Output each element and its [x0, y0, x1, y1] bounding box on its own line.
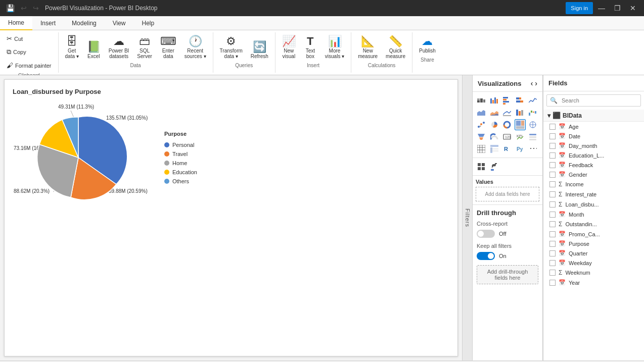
- format-painter-button[interactable]: 🖌 Format painter: [3, 59, 55, 72]
- field-item-month[interactable]: 📅 Month: [543, 210, 644, 219]
- redo-button[interactable]: ↪: [31, 3, 41, 13]
- field-item-year[interactable]: 📅 Year: [543, 278, 644, 287]
- viz-table[interactable]: [476, 143, 487, 154]
- field-checkbox-age[interactable]: [549, 124, 556, 130]
- field-checkbox-loan-disbu[interactable]: [549, 201, 556, 208]
- field-checkbox-quarter[interactable]: [549, 250, 556, 256]
- field-item-gender[interactable]: 📅 Gender: [543, 170, 644, 179]
- filters-sidebar[interactable]: Filters: [462, 75, 472, 360]
- power-bi-datasets-button[interactable]: ☁ Power BIdatasets: [105, 32, 133, 62]
- viz-scatter[interactable]: [476, 119, 487, 130]
- viz-ribbon-chart[interactable]: [515, 107, 526, 118]
- field-checkbox-interest-rate[interactable]: [549, 191, 556, 197]
- add-drill-through-fields-button[interactable]: Add drill-through fields here: [477, 265, 538, 284]
- sign-in-button[interactable]: Sign in: [566, 2, 593, 14]
- recent-sources-button[interactable]: 🕐 Recentsources ▾: [181, 32, 210, 62]
- field-checkbox-purpose[interactable]: [549, 241, 556, 247]
- canvas-page[interactable]: Loan_disbursed by Purpose 135.57M (31.05…: [4, 79, 458, 356]
- copy-button[interactable]: ⧉ Copy: [3, 45, 55, 59]
- viz-kpi[interactable]: KPI: [515, 131, 526, 142]
- field-item-interest-rate[interactable]: Σ Interest_rate: [543, 189, 644, 199]
- more-visuals-button[interactable]: 📊 Morevisuals ▾: [321, 32, 348, 62]
- field-checkbox-weekday[interactable]: [549, 260, 556, 266]
- field-checkbox-promo-ca[interactable]: [549, 231, 556, 237]
- viz-donut[interactable]: [501, 119, 513, 130]
- field-checkbox-feedback[interactable]: [549, 162, 556, 168]
- undo-button[interactable]: ↩: [19, 3, 29, 13]
- publish-button[interactable]: ☁ Publish: [416, 32, 439, 56]
- format-fields-icon[interactable]: [476, 161, 487, 172]
- viz-waterfall[interactable]: [527, 107, 538, 118]
- sql-server-button[interactable]: 🗃 SQLServer: [133, 32, 155, 62]
- new-measure-button[interactable]: 📐 Newmeasure: [354, 32, 381, 62]
- field-item-weekday[interactable]: 📅 Weekday: [543, 258, 644, 268]
- search-input[interactable]: [561, 95, 640, 106]
- field-checkbox-year[interactable]: [549, 280, 556, 286]
- field-item-day-month[interactable]: 📅 Day_month: [543, 141, 644, 150]
- add-data-fields-button[interactable]: Add data fields here: [476, 187, 539, 201]
- field-item-age[interactable]: 📅 Age: [543, 122, 644, 131]
- viz-stacked-bar[interactable]: [476, 95, 487, 106]
- refresh-button[interactable]: 🔄 Refresh: [247, 38, 272, 62]
- field-item-weeknum[interactable]: Σ Weeknum: [543, 268, 644, 278]
- viz-stacked-area[interactable]: [489, 107, 500, 118]
- viz-card[interactable]: 123: [501, 131, 513, 142]
- viz-clustered-bar-h[interactable]: [501, 95, 513, 106]
- viz-map[interactable]: [527, 119, 538, 130]
- viz-treemap[interactable]: [515, 119, 526, 130]
- viz-line-area[interactable]: [501, 107, 513, 118]
- restore-button[interactable]: ❐: [610, 2, 625, 14]
- close-button[interactable]: ✕: [626, 2, 640, 14]
- field-item-outstanding[interactable]: Σ Outstandin...: [543, 219, 644, 229]
- viz-clustered-bar[interactable]: [489, 95, 500, 106]
- viz-custom[interactable]: ⋯: [527, 143, 538, 154]
- get-data-button[interactable]: 🗄 Getdata ▾: [62, 32, 82, 62]
- tab-help[interactable]: Help: [134, 16, 163, 30]
- tab-modeling[interactable]: Modeling: [64, 16, 105, 30]
- save-button[interactable]: 💾: [4, 3, 17, 13]
- excel-button[interactable]: 📗 Excel: [83, 38, 104, 62]
- format-paintbrush-icon[interactable]: [489, 161, 500, 172]
- viz-r-visual[interactable]: R: [501, 143, 513, 154]
- tab-home[interactable]: Home: [0, 16, 32, 30]
- field-item-feedback[interactable]: 📅 Feedback: [543, 160, 644, 170]
- viz-matrix[interactable]: [489, 143, 500, 154]
- field-checkbox-gender[interactable]: [549, 172, 556, 178]
- field-checkbox-date[interactable]: [549, 133, 556, 139]
- field-checkbox-weeknum[interactable]: [549, 270, 556, 276]
- viz-gauge[interactable]: [489, 131, 500, 142]
- field-checkbox-outstanding[interactable]: [549, 221, 556, 227]
- new-visual-button[interactable]: 📈 Newvisual: [279, 32, 299, 62]
- field-item-purpose[interactable]: 📅 Purpose: [543, 239, 644, 248]
- viz-slicer[interactable]: [527, 131, 538, 142]
- field-checkbox-month[interactable]: [549, 212, 556, 218]
- viz-collapse-button[interactable]: ‹: [531, 79, 533, 87]
- keep-filters-toggle[interactable]: [477, 252, 495, 260]
- cross-report-toggle[interactable]: [477, 230, 495, 238]
- viz-area-chart[interactable]: [476, 107, 487, 118]
- tab-insert[interactable]: Insert: [32, 16, 64, 30]
- cut-button[interactable]: ✂ Cut: [3, 32, 55, 45]
- text-box-button[interactable]: T Textbox: [300, 32, 320, 62]
- minimize-button[interactable]: —: [594, 2, 609, 14]
- field-item-income[interactable]: Σ Income: [543, 179, 644, 189]
- viz-line-chart[interactable]: [527, 95, 538, 106]
- viz-pie-chart[interactable]: [489, 119, 500, 130]
- field-checkbox-income[interactable]: [549, 181, 556, 187]
- viz-funnel[interactable]: [476, 131, 487, 142]
- field-checkbox-day-month[interactable]: [549, 143, 556, 149]
- field-item-date[interactable]: 📅 Date: [543, 131, 644, 141]
- viz-python[interactable]: Py: [515, 143, 526, 154]
- field-item-promo-ca[interactable]: 📅 Promo_Ca...: [543, 229, 644, 239]
- viz-stacked-bar-h[interactable]: [515, 95, 526, 106]
- enter-data-button[interactable]: ⌨ Enterdata: [157, 32, 180, 62]
- field-item-quarter[interactable]: 📅 Quarter: [543, 248, 644, 258]
- field-checkbox-education[interactable]: [549, 152, 556, 159]
- fields-group-header[interactable]: ▾ ⬛ BIData: [543, 110, 644, 122]
- viz-expand-button[interactable]: ›: [535, 79, 537, 87]
- quick-measure-button[interactable]: 📏 Quickmeasure: [382, 32, 409, 62]
- field-item-loan-disbu[interactable]: Σ Loan_disbu...: [543, 199, 644, 210]
- tab-view[interactable]: View: [105, 16, 134, 30]
- field-item-education[interactable]: 📅 Education_L...: [543, 150, 644, 160]
- transform-data-button[interactable]: ⚙ Transformdata ▾: [216, 32, 246, 62]
